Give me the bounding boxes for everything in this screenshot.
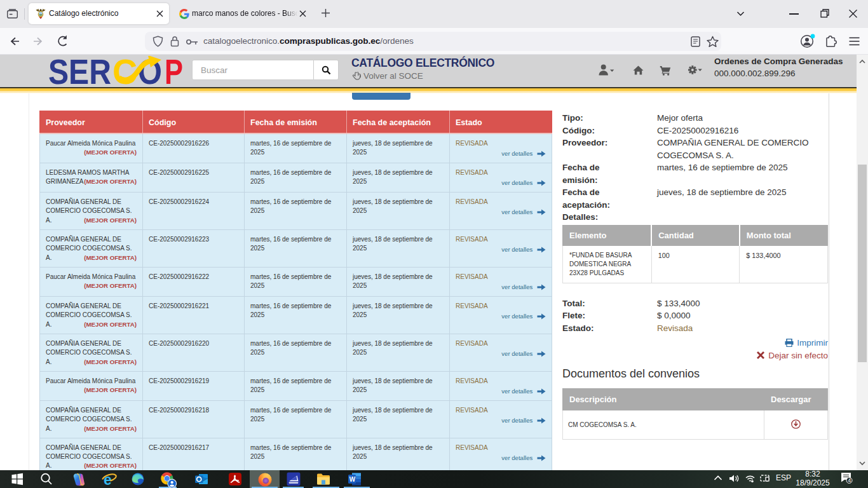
svg-text:SER: SER: [48, 56, 111, 85]
svg-text:P: P: [165, 56, 183, 85]
svg-text:W: W: [349, 476, 356, 483]
svg-text:4: 4: [848, 477, 851, 484]
